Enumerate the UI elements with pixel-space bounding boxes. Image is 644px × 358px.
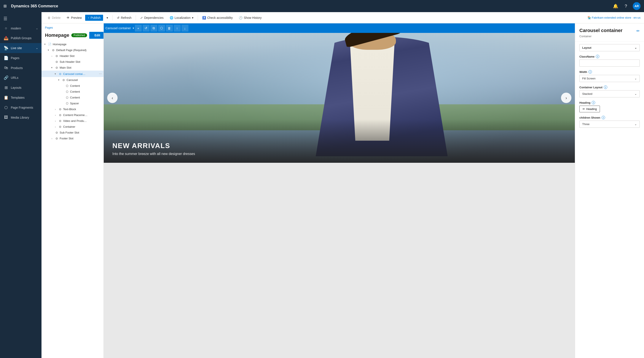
- layout-section-dropdown[interactable]: Layout ⌄: [580, 44, 640, 51]
- sidebar-item-label: Products: [11, 66, 23, 70]
- carousel-next-button[interactable]: ›: [561, 93, 572, 103]
- canvas-area: Carousel container ▾ + ↺ ⧉ ⬡ 🗑 ↑ ↓: [104, 23, 575, 358]
- info-icon[interactable]: i: [588, 70, 592, 74]
- canvas-delete-button[interactable]: 🗑: [166, 25, 173, 32]
- publish-chevron-button[interactable]: ▾: [104, 15, 111, 21]
- content-icon: ⬡: [65, 84, 69, 87]
- sidebar-item-products[interactable]: 🛍 Products: [0, 63, 42, 73]
- tree-node-content-placement[interactable]: › ⊙ Content Placeme…: [42, 112, 104, 118]
- node-label: Content: [70, 84, 102, 87]
- sidebar-item-pages[interactable]: 📄 Pages: [0, 53, 42, 63]
- canvas-add-button[interactable]: +: [135, 25, 142, 32]
- tree-node-main-slot[interactable]: ▾ ⊙ Main Slot: [42, 65, 104, 71]
- hero-text: NEW ARRIVALs Into the summer breeze with…: [104, 135, 575, 163]
- tree-node-sub-footer-slot[interactable]: › ⊙ Sub Footer Slot: [42, 130, 104, 135]
- history-button[interactable]: 🕐 Show History: [236, 15, 264, 21]
- products-icon: 🛍: [4, 66, 9, 70]
- help-icon[interactable]: ?: [622, 3, 629, 10]
- tree-node-homepage[interactable]: ▾ 📄 Homepage: [42, 41, 104, 47]
- node-label: Sub Footer Slot: [60, 131, 102, 134]
- tree-node-text-block[interactable]: › ⊙ Text-Block: [42, 106, 104, 112]
- info-icon[interactable]: i: [592, 101, 595, 104]
- tree-node-content-1[interactable]: › ⬡ Content: [42, 83, 104, 89]
- page-fragments-icon: ⬡: [4, 105, 9, 110]
- props-field-container-layout: Container Layout i Stacked ⌄: [580, 86, 640, 97]
- tree-node-container[interactable]: › ⊙ Container: [42, 124, 104, 130]
- content-icon: ⬡: [65, 96, 69, 99]
- spacer-icon: ⬡: [65, 102, 69, 105]
- canvas-move-up-button[interactable]: ↑: [174, 25, 181, 32]
- sidebar-item-label: Media Library: [11, 116, 29, 119]
- field-label: ClassName i: [580, 55, 640, 58]
- tree-node-content-2[interactable]: › ⬡ Content: [42, 89, 104, 95]
- preview-button[interactable]: 👁 Preview: [64, 15, 84, 21]
- canvas-refresh-button[interactable]: ↺: [143, 25, 150, 32]
- sidebar-item-label: Live site: [11, 46, 22, 50]
- sidebar-item-label: Publish Groups: [11, 36, 32, 40]
- canvas-scroll[interactable]: ‹ › NEW ARRIVALs Into the summer breeze …: [104, 33, 575, 358]
- tree-node-sub-header-slot[interactable]: › ⊙ Sub Header Slot: [42, 59, 104, 65]
- sub-header-slot-icon: ⊙: [54, 60, 59, 63]
- history-icon: 🕐: [239, 16, 242, 20]
- sidebar-item-layouts[interactable]: ⊞ Layouts: [0, 83, 42, 93]
- tree-node-default-page[interactable]: ▾ ⊙ Default Page (Required): [42, 47, 104, 53]
- topbar: ⊞ Dynamics 365 Commerce 🔔 ? AR: [0, 0, 644, 12]
- tree-node-footer-slot[interactable]: › ⊙ Footer Slot: [42, 135, 104, 141]
- canvas-frame: ‹ › NEW ARRIVALs Into the summer breeze …: [104, 33, 575, 163]
- classname-input[interactable]: [580, 60, 640, 67]
- accessibility-button[interactable]: ♿ Check accessibility: [200, 15, 235, 21]
- props-field-classname: ClassName i: [580, 55, 640, 67]
- expand-icon: ▾: [47, 49, 50, 52]
- heading-button[interactable]: ✏ Heading: [580, 106, 600, 112]
- canvas-component-label: Carousel container: [106, 26, 131, 30]
- info-icon[interactable]: i: [596, 55, 599, 58]
- grid-icon[interactable]: ⊞: [4, 4, 7, 9]
- sidebar-item-templates[interactable]: 📋 Templates: [0, 93, 42, 103]
- localization-button[interactable]: 🌐 Localization ▾: [167, 15, 196, 21]
- avatar[interactable]: AR: [633, 2, 640, 10]
- expand-icon: ▾: [50, 66, 54, 69]
- width-dropdown[interactable]: Fill Screen ⌄: [580, 75, 640, 82]
- container-layout-dropdown[interactable]: Stacked ⌄: [580, 90, 640, 97]
- tree-node-video-prod[interactable]: › ⊙ Video and Produ…: [42, 118, 104, 124]
- store-link[interactable]: 🏪 Fabrikam extended online store · en-us: [588, 16, 640, 19]
- sidebar-item-publish-groups[interactable]: 📤 Publish Groups: [0, 33, 42, 43]
- sidebar-item-live-site[interactable]: 📡 Live site ⌄: [0, 43, 42, 53]
- children-shown-dropdown[interactable]: Three ⌄: [580, 121, 640, 128]
- urls-icon: 🔗: [4, 75, 9, 80]
- default-page-icon: ⊙: [51, 49, 55, 52]
- app-title: Dynamics 365 Commerce: [11, 4, 610, 9]
- edit-button[interactable]: Edit: [89, 32, 104, 39]
- canvas-move-down-button[interactable]: ↓: [182, 25, 188, 32]
- chevron-down-icon: ⌄: [634, 92, 637, 95]
- tree-node-header-slot[interactable]: › ⊙ Header Slot: [42, 53, 104, 59]
- tree-node-carousel-container[interactable]: ▾ ⊙ Carousel contai… ···: [42, 71, 104, 77]
- carousel-prev-button[interactable]: ‹: [107, 93, 118, 103]
- more-icon[interactable]: ···: [99, 72, 102, 76]
- media-library-icon: 🖼: [4, 115, 9, 120]
- sidebar-item-modern[interactable]: ○ modern ⌄: [0, 23, 42, 33]
- tree-node-content-3[interactable]: › ⬡ Content: [42, 95, 104, 100]
- node-label: Footer Slot: [60, 137, 102, 140]
- breadcrumb[interactable]: Pages: [42, 23, 104, 30]
- delete-button[interactable]: 🗑 Delete: [45, 15, 63, 21]
- info-icon[interactable]: i: [602, 116, 605, 119]
- sidebar-item-page-fragments[interactable]: ⬡ Page Fragments: [0, 103, 42, 113]
- notification-icon[interactable]: 🔔: [612, 3, 619, 10]
- props-header: Carousel container ✏: [575, 23, 644, 34]
- props-edit-icon[interactable]: ✏: [636, 29, 640, 33]
- tree-node-carousel[interactable]: ▾ ⊙ Carousel: [42, 77, 104, 83]
- sidebar-collapse-button[interactable]: ☰: [0, 14, 42, 23]
- field-label: children Shown i: [580, 116, 640, 119]
- sidebar-item-media-library[interactable]: 🖼 Media Library: [0, 113, 42, 122]
- refresh-button[interactable]: ↺ Refresh: [114, 15, 134, 21]
- tree-node-spacer[interactable]: › ⬡ Spacer: [42, 100, 104, 106]
- publish-button[interactable]: ↑ Publish: [85, 15, 103, 21]
- sidebar-item-label: Templates: [11, 96, 25, 99]
- sidebar-item-urls[interactable]: 🔗 URLs: [0, 73, 42, 83]
- info-icon[interactable]: i: [604, 86, 607, 89]
- canvas-export-button[interactable]: ⬡: [158, 25, 165, 32]
- canvas-duplicate-button[interactable]: ⧉: [150, 25, 157, 32]
- dependencies-button[interactable]: ⤢ Dependencies: [138, 15, 166, 21]
- toolbar-separator-2: [136, 15, 136, 20]
